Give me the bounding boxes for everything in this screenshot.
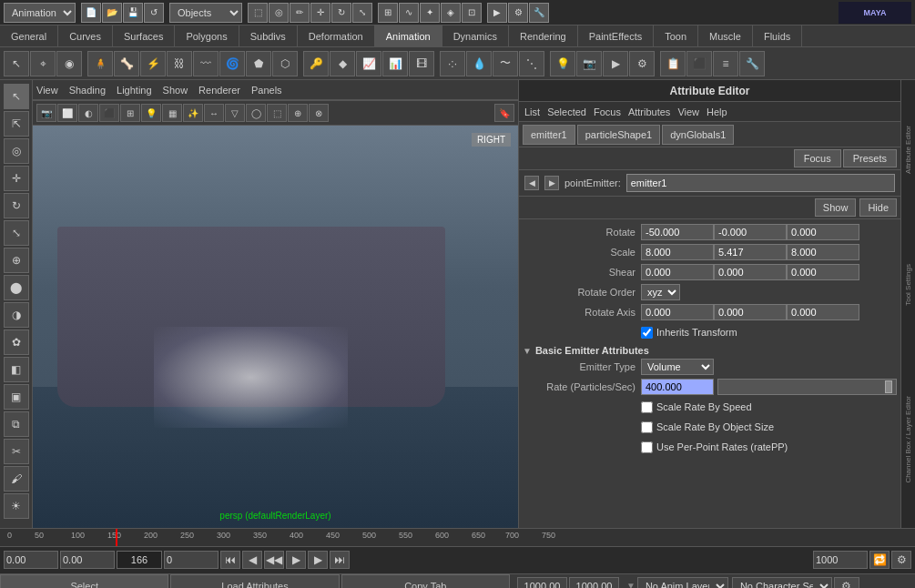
ipr-icon[interactable]: ⚙ (508, 3, 528, 23)
tl-range-start[interactable] (517, 577, 567, 589)
tb-select-icon[interactable]: ↖ (4, 51, 29, 76)
vp-tb-hilight-icon[interactable]: ◯ (246, 104, 266, 122)
tb-deform-icon[interactable]: 〰 (193, 51, 219, 76)
tl-play-back-btn[interactable]: ◀◀ (264, 551, 284, 569)
tl-frame-input[interactable] (164, 551, 219, 569)
tb-trax-icon[interactable]: 🎞 (409, 51, 434, 76)
tab-toon[interactable]: Toon (654, 25, 698, 47)
select-tool-2[interactable]: ⇱ (4, 111, 29, 137)
tl-settings-btn[interactable]: ⚙ (891, 551, 911, 569)
vp-menu-lighting[interactable]: Lighting (117, 85, 152, 96)
tl-extra-btn[interactable]: ⚙ (834, 577, 859, 589)
timeline-ruler[interactable]: 0 50 100 150 200 250 300 350 400 450 500… (0, 529, 915, 547)
tab-deformation[interactable]: Deformation (298, 25, 375, 47)
vp-tb-bookmark-icon[interactable]: 🔖 (494, 104, 514, 122)
snap-surface-icon[interactable]: ◈ (441, 3, 461, 23)
snap-view-icon[interactable]: ⊡ (462, 3, 482, 23)
new-file-icon[interactable]: 📄 (81, 3, 101, 23)
tb-hair-icon[interactable]: 〜 (493, 51, 518, 76)
rotate-axis-x-input[interactable] (641, 304, 714, 320)
rotate-tool[interactable]: ↻ (4, 193, 29, 218)
tab-rendering[interactable]: Rendering (509, 25, 578, 47)
tb-channel-box-icon[interactable]: ⬛ (686, 51, 712, 76)
select-tool[interactable]: ↖ (4, 84, 29, 109)
select-button[interactable]: Select (0, 574, 168, 589)
copy-tab-button[interactable]: Copy Tab (341, 574, 510, 589)
tb-surface-icon[interactable]: ⬟ (246, 51, 271, 76)
sculpt-tool[interactable]: ✿ (4, 329, 29, 355)
inherits-transform-checkbox[interactable] (641, 327, 653, 339)
tab-muscle[interactable]: Muscle (698, 25, 753, 47)
tab-general[interactable]: General (0, 25, 58, 47)
tb-cloth-icon[interactable]: ⋱ (519, 51, 544, 76)
vp-tb-manip-icon[interactable]: ↔ (204, 104, 224, 122)
split-poly-tool[interactable]: ⧉ (4, 411, 29, 437)
shear-x-input[interactable] (641, 264, 714, 280)
snap-curve-icon[interactable]: ∿ (399, 3, 419, 23)
rotate-x-input[interactable] (641, 224, 714, 240)
save-file-icon[interactable]: 💾 (123, 3, 143, 23)
rotate-y-input[interactable] (714, 224, 787, 240)
tab-subdivs[interactable]: Subdivs (239, 25, 298, 47)
vp-tb-shade2-icon[interactable]: ⬛ (99, 104, 119, 122)
scale-tool[interactable]: ⤡ (4, 220, 29, 246)
tb-render-btn[interactable]: ▶ (603, 51, 628, 76)
scale-icon[interactable]: ⤡ (352, 3, 372, 23)
shear-y-input[interactable] (714, 264, 787, 280)
lasso-icon[interactable]: ◎ (269, 3, 289, 23)
move-icon[interactable]: ✛ (310, 3, 330, 23)
scale-z-input[interactable] (787, 244, 859, 260)
snap-grid-icon[interactable]: ⊞ (378, 3, 398, 23)
tb-tool-settings-icon[interactable]: 🔧 (739, 51, 765, 76)
attr-tab-emitter1[interactable]: emitter1 (523, 125, 575, 145)
rotate-axis-y-input[interactable] (714, 304, 787, 320)
character-set-dropdown[interactable]: No Character Set (732, 577, 832, 589)
create-poly-tool[interactable]: ◧ (4, 357, 29, 382)
tab-animation[interactable]: Animation (375, 25, 442, 47)
attr-menu-help[interactable]: Help (707, 106, 727, 117)
tl-end-field[interactable] (813, 551, 868, 569)
open-file-icon[interactable]: 📂 (102, 3, 122, 23)
attr-arrow-left[interactable]: ◀ (524, 176, 539, 190)
timeline-playhead[interactable] (116, 529, 117, 546)
tb-anim-char-icon[interactable]: 🧍 (87, 51, 113, 76)
vp-tb-camera-icon[interactable]: 📷 (36, 104, 56, 122)
animation-dropdown[interactable]: Animation (4, 3, 76, 23)
vp-tb-fx-icon[interactable]: ✨ (183, 104, 203, 122)
tl-range-end[interactable] (569, 577, 619, 589)
rotate-z-input[interactable] (787, 224, 859, 240)
tab-fluids[interactable]: Fluids (753, 25, 802, 47)
strip-tool-settings-label[interactable]: Tool Settings (904, 264, 912, 306)
universal-tool[interactable]: ⊕ (4, 248, 29, 273)
viewport-canvas[interactable]: RIGHT persp (defaultRenderLayer) (33, 126, 518, 528)
rate-input[interactable] (641, 379, 714, 395)
objects-dropdown[interactable]: Objects (169, 3, 242, 23)
strip-channel-box-label[interactable]: Channel Box / Layer Editor (904, 396, 912, 483)
tb-constraint-icon[interactable]: ⛓ (167, 51, 192, 76)
tb-fluid-icon[interactable]: 💧 (466, 51, 492, 76)
vp-tb-wireframe-icon[interactable]: ⬜ (57, 104, 77, 122)
vp-menu-panels[interactable]: Panels (251, 85, 282, 96)
render-tool[interactable]: ☀ (4, 493, 29, 519)
tl-loop-btn[interactable]: 🔁 (869, 551, 890, 569)
attr-menu-list[interactable]: List (524, 106, 540, 117)
vp-tb-bounding-icon[interactable]: ⬚ (267, 104, 287, 122)
tab-dynamics[interactable]: Dynamics (442, 25, 509, 47)
per-point-rates-checkbox[interactable] (641, 441, 653, 453)
paint-tool[interactable]: 🖌 (4, 466, 29, 492)
focus-button[interactable]: Focus (794, 149, 841, 167)
attr-arrow-right[interactable]: ▶ (544, 176, 559, 190)
tab-polygons[interactable]: Polygons (175, 25, 239, 47)
vp-tb-lights-icon[interactable]: 💡 (141, 104, 161, 122)
tb-key2-icon[interactable]: ◆ (330, 51, 355, 76)
tb-skeleton-icon[interactable]: 🦴 (114, 51, 139, 76)
move-tool[interactable]: ✛ (4, 166, 29, 191)
scale-rate-object-checkbox[interactable] (641, 421, 653, 433)
attr-menu-view[interactable]: View (677, 106, 699, 117)
tb-ik-icon[interactable]: ⚡ (140, 51, 166, 76)
snap-point-icon[interactable]: ✦ (420, 3, 440, 23)
attr-menu-attributes[interactable]: Attributes (628, 106, 670, 117)
tb-graph-icon[interactable]: 📈 (356, 51, 381, 76)
vp-tb-res2-icon[interactable]: ⊗ (309, 104, 329, 122)
tab-surfaces[interactable]: Surfaces (113, 25, 175, 47)
